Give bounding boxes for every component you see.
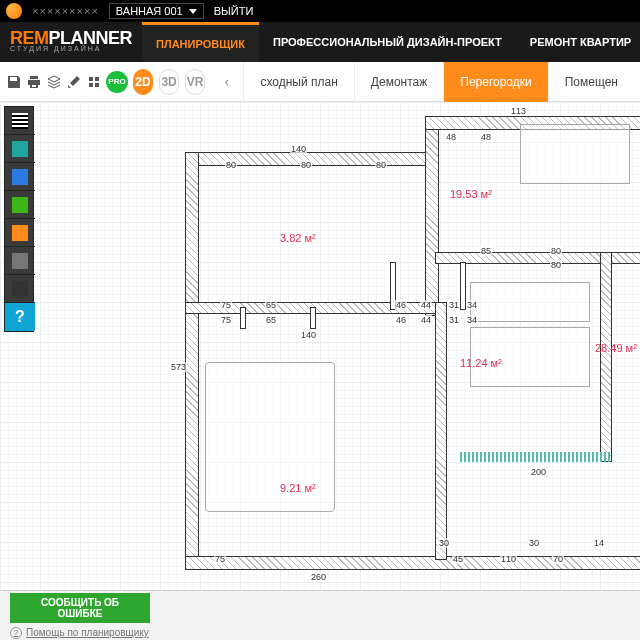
dimension: 14 bbox=[593, 538, 605, 548]
wall[interactable] bbox=[240, 307, 246, 329]
furniture-sofa[interactable] bbox=[470, 282, 590, 322]
workspace[interactable]: ? 3.82 м² 19.53 м² 9.21 м² 11.24 м² 28.4… bbox=[0, 102, 640, 640]
tab-partitions[interactable]: Перегородки bbox=[443, 62, 547, 102]
dimension: 200 bbox=[530, 467, 547, 477]
dimension: 46 bbox=[395, 315, 407, 325]
username-masked: ××××××××× bbox=[32, 5, 99, 17]
color-palette: ? bbox=[4, 106, 34, 332]
logo[interactable]: REM PLANNER СТУДИЯ ДИЗАЙНА bbox=[0, 28, 142, 56]
dimension: 30 bbox=[438, 538, 450, 548]
logout-link[interactable]: ВЫЙТИ bbox=[214, 5, 254, 17]
dimension: 80 bbox=[300, 160, 312, 170]
pro-badge[interactable]: PRO bbox=[106, 71, 128, 93]
dimension: 140 bbox=[300, 330, 317, 340]
floor-plan[interactable]: 3.82 м² 19.53 м² 9.21 м² 11.24 м² 28.49 … bbox=[40, 102, 640, 640]
nav-links: ПЛАНИРОВЩИК ПРОФЕССИОНАЛЬНЫЙ ДИЗАЙН-ПРОЕ… bbox=[142, 22, 640, 62]
plan-tabs: сходный план Демонтаж Перегородки Помеще… bbox=[243, 62, 634, 102]
tab-source-plan[interactable]: сходный план bbox=[243, 62, 353, 102]
settings-icon[interactable] bbox=[86, 69, 102, 95]
palette-orange[interactable] bbox=[5, 219, 35, 247]
palette-blue[interactable] bbox=[5, 163, 35, 191]
dimension: 44 bbox=[420, 315, 432, 325]
wall[interactable] bbox=[600, 252, 612, 462]
print-icon[interactable] bbox=[26, 69, 42, 95]
dimension: 113 bbox=[510, 106, 527, 116]
room-dropdown-label: ВАННАЯ 001 bbox=[116, 5, 183, 17]
tab-rooms[interactable]: Помещен bbox=[548, 62, 634, 102]
wall[interactable] bbox=[185, 556, 640, 570]
wall[interactable] bbox=[310, 307, 316, 329]
dimension: 48 bbox=[445, 132, 457, 142]
furniture-rail[interactable] bbox=[460, 452, 610, 462]
wall[interactable] bbox=[185, 152, 199, 570]
wall[interactable] bbox=[425, 116, 439, 316]
help-link-label: Помощь по планировщику bbox=[26, 627, 149, 638]
toolbar: PRO 2D 3D VR ‹ сходный план Демонтаж Пер… bbox=[0, 62, 640, 102]
help-link[interactable]: ? Помощь по планировщику bbox=[10, 627, 640, 639]
dimension: 48 bbox=[480, 132, 492, 142]
furniture-unit[interactable] bbox=[520, 124, 630, 184]
palette-green[interactable] bbox=[5, 191, 35, 219]
dimension: 85 bbox=[480, 246, 492, 256]
tools-icon[interactable] bbox=[66, 69, 82, 95]
avatar[interactable] bbox=[6, 3, 22, 19]
dimension: 80 bbox=[225, 160, 237, 170]
room-area: 11.24 м² bbox=[460, 357, 502, 369]
dimension: 80 bbox=[550, 260, 562, 270]
dimension: 34 bbox=[466, 300, 478, 310]
dimension: 80 bbox=[550, 246, 562, 256]
dimension: 45 bbox=[452, 554, 464, 564]
wall[interactable] bbox=[435, 302, 447, 560]
dimension: 80 bbox=[375, 160, 387, 170]
nav-planner[interactable]: ПЛАНИРОВЩИК bbox=[142, 22, 259, 62]
main-navbar: REM PLANNER СТУДИЯ ДИЗАЙНА ПЛАНИРОВЩИК П… bbox=[0, 22, 640, 62]
user-topbar: ××××××××× ВАННАЯ 001 ВЫЙТИ bbox=[0, 0, 640, 22]
dimension: 31 bbox=[448, 315, 460, 325]
nav-pro-design[interactable]: ПРОФЕССИОНАЛЬНЫЙ ДИЗАЙН-ПРОЕКТ bbox=[259, 22, 516, 62]
room-area: 28.49 м² bbox=[595, 342, 637, 354]
palette-grey[interactable] bbox=[5, 247, 35, 275]
view-2d[interactable]: 2D bbox=[133, 69, 153, 95]
dimension: 260 bbox=[310, 572, 327, 582]
chevron-down-icon bbox=[189, 9, 197, 14]
dimension: 573 bbox=[170, 362, 187, 372]
logo-tagline: СТУДИЯ ДИЗАЙНА bbox=[0, 45, 142, 56]
dimension: 75 bbox=[220, 315, 232, 325]
dimension: 75 bbox=[220, 300, 232, 310]
footer: СООБЩИТЬ ОБ ОШИБКЕ ? Помощь по планировщ… bbox=[0, 590, 640, 640]
save-icon[interactable] bbox=[6, 69, 22, 95]
palette-bw[interactable] bbox=[5, 107, 35, 135]
dimension: 31 bbox=[448, 300, 460, 310]
palette-dark[interactable] bbox=[5, 275, 35, 303]
room-area: 3.82 м² bbox=[280, 232, 316, 244]
tabs-prev-icon[interactable]: ‹ bbox=[220, 69, 233, 95]
dimension: 30 bbox=[528, 538, 540, 548]
layers-icon[interactable] bbox=[46, 69, 62, 95]
dimension: 65 bbox=[265, 300, 277, 310]
dimension: 110 bbox=[500, 554, 517, 564]
room-area: 19.53 м² bbox=[450, 188, 492, 200]
palette-teal[interactable] bbox=[5, 135, 35, 163]
report-error-button[interactable]: СООБЩИТЬ ОБ ОШИБКЕ bbox=[10, 593, 150, 623]
help-icon[interactable]: ? bbox=[5, 303, 35, 331]
dimension: 140 bbox=[290, 144, 307, 154]
room-dropdown[interactable]: ВАННАЯ 001 bbox=[109, 3, 204, 19]
room-area: 9.21 м² bbox=[280, 482, 316, 494]
dimension: 65 bbox=[265, 315, 277, 325]
nav-renovation[interactable]: РЕМОНТ КВАРТИР bbox=[516, 22, 640, 62]
view-vr[interactable]: VR bbox=[185, 69, 205, 95]
dimension: 34 bbox=[466, 315, 478, 325]
dimension: 46 bbox=[395, 300, 407, 310]
view-3d[interactable]: 3D bbox=[159, 69, 179, 95]
dimension: 75 bbox=[214, 554, 226, 564]
dimension: 70 bbox=[552, 554, 564, 564]
question-icon: ? bbox=[10, 627, 22, 639]
tab-demolition[interactable]: Демонтаж bbox=[354, 62, 443, 102]
dimension: 44 bbox=[420, 300, 432, 310]
